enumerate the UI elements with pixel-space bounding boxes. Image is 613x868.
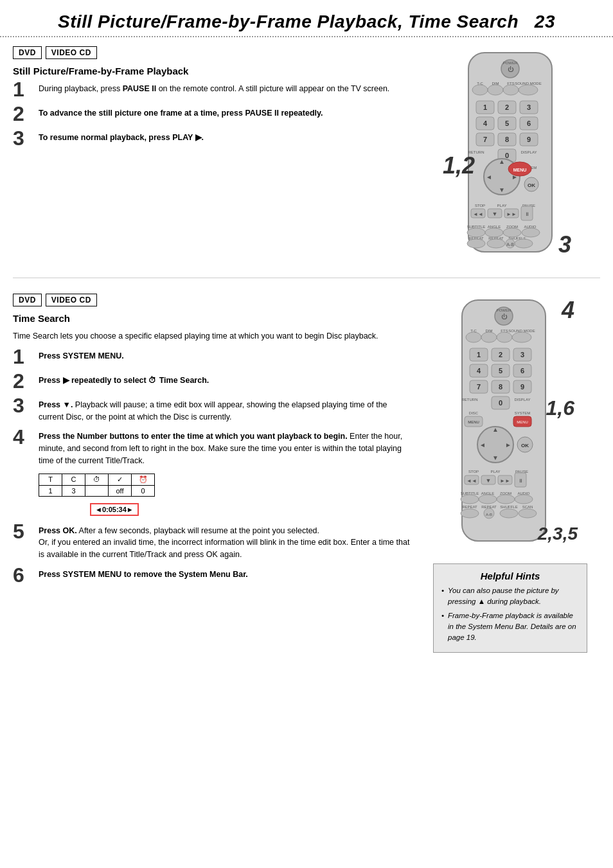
time-col-C: C — [62, 474, 85, 485]
page-header: Still Picture/Frame-by-Frame Playback, T… — [0, 0, 613, 37]
svg-text:9: 9 — [520, 383, 524, 391]
svg-text:▲: ▲ — [492, 426, 499, 433]
svg-point-82 — [512, 332, 531, 342]
svg-point-79 — [466, 332, 481, 342]
time-table-wrap: T C ⏱ ✓ ⏰ 1 3 off 0 ◄0:05:34► — [39, 474, 414, 518]
section1-title: Still Picture/Frame-by-Frame Playback — [13, 66, 414, 76]
section2-steps: 1 Press SYSTEM MENU. 2 Press ▶ repeatedl… — [13, 349, 414, 467]
time-col-clock: ⏱ — [85, 474, 109, 485]
svg-point-68 — [485, 228, 503, 237]
svg-text:7: 7 — [483, 136, 487, 143]
svg-point-141 — [461, 509, 479, 518]
svg-text:▼: ▼ — [492, 211, 498, 217]
hint-item-1: You can also pause the picture by pressi… — [441, 585, 579, 608]
svg-point-70 — [522, 228, 540, 237]
svg-text:DISC: DISC — [469, 411, 479, 415]
svg-text:6: 6 — [520, 367, 524, 375]
time-val-3: 3 — [62, 485, 85, 496]
section1-badges: DVD VIDEO CD — [13, 46, 414, 59]
step-1-3: 3 To resume normal playback, press PLAY … — [13, 130, 414, 148]
svg-text:POWER: POWER — [497, 308, 511, 312]
svg-text:A-B: A-B — [486, 513, 492, 517]
svg-text:5: 5 — [499, 367, 502, 375]
step-num-2-1: 1 — [13, 346, 33, 367]
svg-text:▼: ▼ — [486, 477, 492, 484]
svg-point-133 — [461, 495, 479, 504]
remote1-step-label-12: 1,2 — [443, 152, 475, 179]
step-2-4: 4 Press the Number buttons to enter the … — [13, 429, 414, 466]
section2-left: DVD VIDEO CD Time Search Time Search let… — [13, 294, 414, 653]
svg-text:RETURN: RETURN — [462, 398, 478, 402]
svg-text:MENU: MENU — [468, 420, 479, 424]
svg-text:5: 5 — [505, 120, 509, 127]
videocd-badge: VIDEO CD — [46, 46, 97, 59]
svg-text:▼: ▼ — [499, 186, 505, 193]
svg-text:▲: ▲ — [499, 158, 505, 165]
svg-text:STOP: STOP — [468, 470, 479, 474]
page-content: DVD VIDEO CD Still Picture/Frame-by-Fram… — [0, 37, 613, 659]
step-2-2: 2 Press ▶ repeatedly to select ⏱ Time Se… — [13, 373, 414, 391]
step-num-1-2: 2 — [13, 103, 33, 124]
svg-point-81 — [497, 332, 512, 342]
svg-text:7: 7 — [477, 383, 481, 391]
step-text-2-2: Press ▶ repeatedly to select ⏱ Time Sear… — [39, 373, 209, 387]
step-num-1-1: 1 — [13, 79, 33, 100]
step-2-1: 1 Press SYSTEM MENU. — [13, 349, 414, 367]
page-title: Still Picture/Frame-by-Frame Playback, T… — [58, 12, 519, 31]
step-num-2-3: 3 — [13, 395, 33, 416]
remote2-step-235: 2,3,5 — [538, 524, 578, 544]
svg-text:3: 3 — [520, 351, 524, 359]
time-col-T: T — [39, 474, 62, 485]
svg-text:1: 1 — [477, 351, 481, 359]
time-col-check: ✓ — [109, 474, 132, 485]
svg-text:▼: ▼ — [492, 454, 499, 461]
svg-text:9: 9 — [527, 136, 531, 143]
svg-text:MENU: MENU — [513, 168, 527, 172]
svg-point-135 — [497, 495, 515, 504]
svg-point-9 — [488, 85, 503, 95]
step-2-5: 5 Press OK. After a few seconds, playbac… — [13, 524, 414, 561]
svg-point-145 — [519, 509, 537, 518]
section2: DVD VIDEO CD Time Search Time Search let… — [13, 285, 600, 659]
svg-point-136 — [515, 495, 533, 504]
time-val-empty — [85, 485, 109, 496]
svg-text:⏸: ⏸ — [518, 478, 523, 484]
svg-point-64 — [487, 239, 505, 248]
svg-text:►►: ►► — [500, 478, 510, 484]
section1: DVD VIDEO CD Still Picture/Frame-by-Fram… — [13, 37, 600, 271]
step-num-2-5: 5 — [13, 521, 33, 542]
time-table: T C ⏱ ✓ ⏰ 1 3 off 0 — [39, 474, 155, 497]
helpful-hints-box: Helpful Hints You can also pause the pic… — [433, 563, 587, 653]
remote2-step-16: 1,6 — [546, 396, 574, 420]
remote2-svg: ⏻ POWER T-C DIM FTS SOUND MODE 1 2 — [456, 297, 555, 551]
svg-text:PLAY: PLAY — [497, 204, 507, 208]
step-1-2: 2 To advance the still picture one frame… — [13, 106, 414, 124]
remote2-step-4: 4 — [562, 297, 574, 324]
step-text-1-3: To resume normal playback, press PLAY ▶. — [39, 130, 204, 144]
svg-point-10 — [503, 85, 519, 95]
step-text-1-1: During playback, press PAUSE II on the r… — [39, 82, 389, 95]
section1-left: DVD VIDEO CD Still Picture/Frame-by-Fram… — [13, 46, 414, 265]
step-2-3: 3 Press ▼. Playback will pause; a time e… — [13, 398, 414, 423]
section1-steps: 1 During playback, press PAUSE II on the… — [13, 82, 414, 148]
svg-text:►: ► — [511, 173, 518, 181]
section1-right: 1,2 3 ⏻ POWER T-C DIM FTS SOUND MODE — [420, 46, 600, 265]
svg-text:0: 0 — [499, 399, 502, 407]
section2-description: Time Search lets you choose a specific e… — [13, 329, 414, 342]
time-val-0: 0 — [132, 485, 155, 496]
page-number: 23 — [535, 12, 555, 31]
svg-text:1: 1 — [483, 103, 487, 111]
svg-text:OK: OK — [528, 182, 535, 188]
svg-text:2: 2 — [499, 351, 502, 359]
svg-text:◄◄: ◄◄ — [473, 211, 483, 217]
step-text-2-5: Press OK. After a few seconds, playback … — [39, 524, 414, 561]
svg-text:⏸: ⏸ — [524, 211, 529, 217]
helpful-hints-list: You can also pause the picture by pressi… — [441, 585, 579, 643]
svg-text:►: ► — [505, 441, 511, 448]
time-val-1: 1 — [39, 485, 62, 496]
section2-badges: DVD VIDEO CD — [13, 294, 414, 306]
svg-text:STOP: STOP — [475, 204, 485, 208]
section2-right: 4 1,6 2,3,5 ⏻ POWER T-C DIM FTS SOUND MO… — [420, 294, 600, 653]
svg-point-134 — [479, 495, 497, 504]
time-val-off: off — [109, 485, 132, 496]
